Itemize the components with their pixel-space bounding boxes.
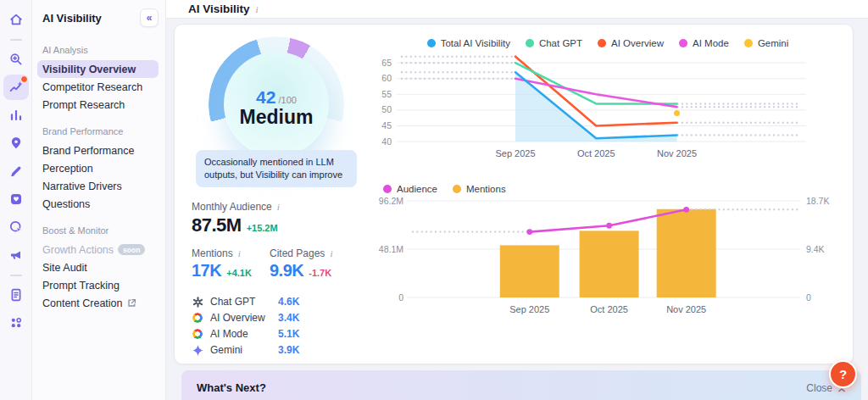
- svg-text:65: 65: [381, 58, 392, 68]
- legend-label: Total AI Visibility: [441, 38, 510, 48]
- sidebar-item-narrative-drivers[interactable]: Narrative Drivers: [37, 177, 159, 195]
- sidebar-item-brand-performance[interactable]: Brand Performance: [37, 142, 159, 159]
- home-icon: [8, 12, 24, 27]
- cited-pages-value: 9.9K: [270, 261, 303, 281]
- advertising-icon: [8, 247, 24, 263]
- sidebar-item-prompt-tracking[interactable]: Prompt Tracking: [37, 276, 159, 294]
- reports-icon: [8, 287, 24, 303]
- svg-text:48.1M: 48.1M: [379, 244, 403, 254]
- sidebar-section-label: AI Analysis: [42, 45, 159, 55]
- legend-label: Gemini: [758, 38, 788, 48]
- legend-label: Chat GPT: [539, 38, 582, 48]
- monthly-audience-stat: Monthly Audience i 87.5M +15.2M: [192, 201, 364, 236]
- legend-dot: [453, 185, 461, 193]
- breakdown-value: 3.4K: [278, 312, 299, 324]
- legend-item-chat-gpt[interactable]: Chat GPT: [526, 38, 582, 48]
- rail-apps-icon[interactable]: [3, 310, 29, 336]
- svg-text:45: 45: [381, 120, 392, 131]
- svg-text:96.2M: 96.2M: [379, 196, 403, 206]
- svg-text:0: 0: [398, 292, 403, 303]
- rail-home-icon[interactable]: [3, 7, 29, 32]
- icon-rail: [0, 0, 32, 400]
- visibility-score-rating: Medium: [240, 106, 314, 129]
- visibility-note: Occasionally mentioned in LLM outputs, b…: [196, 150, 357, 187]
- rail-social-media-icon[interactable]: [3, 186, 29, 212]
- mentions-label: Mentions: [192, 247, 233, 259]
- rail-content-icon[interactable]: [3, 158, 29, 184]
- svg-text:9.4K: 9.4K: [806, 244, 825, 254]
- rail-divider: [10, 275, 22, 276]
- sidebar-header: AI Visibility «: [32, 7, 165, 29]
- info-icon[interactable]: i: [238, 248, 241, 258]
- sidebar-item-questions[interactable]: Questions: [37, 195, 159, 213]
- notification-dot: [20, 75, 28, 83]
- sidebar-item-label: Prompt Research: [42, 99, 125, 111]
- sidebar-item-prompt-research[interactable]: Prompt Research: [37, 96, 159, 114]
- help-button[interactable]: ?: [829, 360, 857, 388]
- legend-item-ai-overview[interactable]: AI Overview: [598, 38, 664, 48]
- visibility-score-max: /100: [278, 95, 296, 105]
- svg-text:50: 50: [381, 104, 392, 114]
- cited-pages-stat: Cited Pages i 9.9K -1.7K: [270, 247, 332, 281]
- svg-text:18.7K: 18.7K: [806, 196, 829, 206]
- rail-local-seo-icon[interactable]: [3, 131, 29, 156]
- visibility-trend-chart[interactable]: 404550556065Sep 2025Oct 2025Nov 2025: [376, 48, 839, 175]
- sidebar-item-perception[interactable]: Perception: [37, 159, 159, 177]
- legend-dot: [427, 39, 436, 47]
- svg-text:Sep 2025: Sep 2025: [509, 304, 549, 314]
- sidebar-item-label: Brand Performance: [42, 145, 134, 157]
- charts-column: Total AI VisibilityChat GPTAI OverviewAI…: [376, 36, 839, 352]
- sidebar-item-competitor-research[interactable]: Competitor Research: [37, 78, 159, 96]
- legend-item-gemini[interactable]: Gemini: [744, 38, 788, 48]
- apps-icon: [8, 315, 24, 331]
- page-header: AI Visibility i: [166, 0, 868, 19]
- rail-divider: [10, 39, 22, 41]
- sidebar-menu: AI AnalysisVisibility OverviewCompetitor…: [32, 29, 165, 312]
- sidebar-item-content-creation[interactable]: Content Creation: [37, 294, 159, 312]
- sidebar-item-label: Content Creation: [42, 297, 123, 309]
- svg-text:55: 55: [381, 89, 392, 99]
- sidebar-item-label: Narrative Drivers: [42, 181, 122, 192]
- legend-dot: [679, 39, 687, 47]
- rail-ai-toolkit-icon[interactable]: [3, 75, 29, 100]
- breakdown-name: AI Overview: [210, 312, 278, 324]
- svg-text:Nov 2025: Nov 2025: [666, 304, 706, 314]
- legend-item-mentions[interactable]: Mentions: [453, 184, 506, 194]
- rail-traffic-icon[interactable]: [3, 214, 29, 240]
- page-title: AI Visibility: [188, 3, 250, 15]
- legend-item-ai-mode[interactable]: AI Mode: [679, 38, 729, 48]
- legend-label: AI Mode: [693, 38, 729, 48]
- keyword-research-icon: [8, 52, 24, 67]
- gemini-icon: [192, 345, 203, 356]
- sidebar-collapse-button[interactable]: «: [140, 8, 159, 27]
- sidebar-item-growth-actions[interactable]: Growth Actionssoon: [37, 241, 159, 258]
- sidebar-section-label: Boost & Monitor: [42, 225, 159, 236]
- sidebar-item-label: Growth Actions: [42, 244, 114, 256]
- rail-analytics-icon[interactable]: [3, 103, 29, 128]
- legend-item-audience[interactable]: Audience: [383, 184, 437, 194]
- rail-reports-icon[interactable]: [3, 282, 29, 308]
- info-icon[interactable]: i: [277, 202, 280, 212]
- info-icon[interactable]: i: [330, 248, 332, 258]
- rail-advertising-icon[interactable]: [3, 242, 29, 268]
- rail-keyword-research-icon[interactable]: [3, 47, 29, 72]
- gauge-center: 42 /100 Medium: [224, 52, 329, 157]
- external-link-icon: [127, 298, 136, 308]
- breakdown-name: AI Mode: [210, 328, 278, 340]
- svg-text:Oct 2025: Oct 2025: [590, 304, 628, 314]
- breakdown-row-gemini: Gemini3.9K: [192, 342, 364, 358]
- legend-label: AI Overview: [611, 38, 664, 48]
- whats-next-banner: What's Next? Close: [181, 370, 861, 400]
- whats-next-title: What's Next?: [197, 381, 266, 394]
- monthly-audience-label: Monthly Audience: [192, 201, 272, 213]
- sidebar-item-visibility-overview[interactable]: Visibility Overview: [37, 60, 159, 78]
- audience-mentions-chart[interactable]: 0048.1M9.4K96.2M18.7KSep 2025Oct 2025Nov…: [376, 194, 839, 321]
- sidebar-item-site-audit[interactable]: Site Audit: [37, 258, 159, 276]
- google-icon: [192, 329, 203, 339]
- info-icon[interactable]: i: [256, 4, 259, 14]
- legend-item-total-ai-visibility[interactable]: Total AI Visibility: [427, 38, 510, 48]
- visibility-chart-legend: Total AI VisibilityChat GPTAI OverviewAI…: [376, 38, 839, 48]
- content-icon: [8, 164, 24, 179]
- local-seo-icon: [8, 136, 24, 151]
- svg-text:Oct 2025: Oct 2025: [577, 148, 615, 158]
